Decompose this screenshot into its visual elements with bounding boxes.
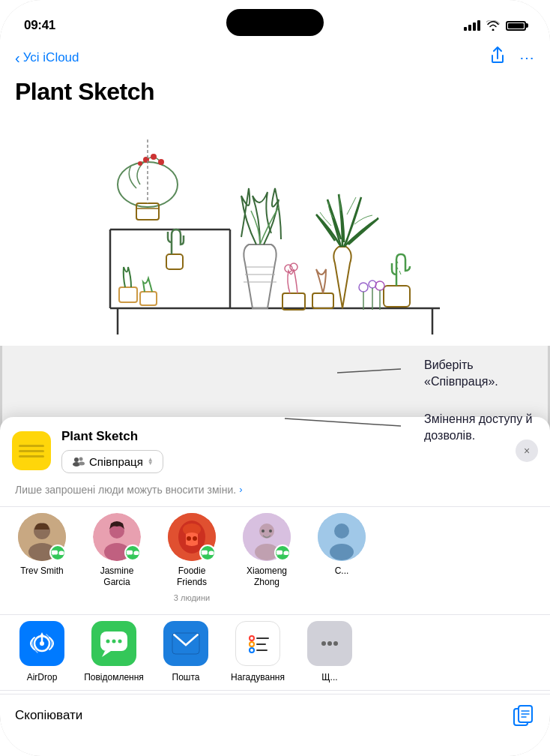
svg-point-51 — [193, 536, 197, 541]
airdrop-icon-wrap — [19, 621, 64, 666]
share-title-area: Plant Sketch Співпраця ▲ ▼ — [61, 429, 505, 473]
app-more[interactable]: Щ... — [300, 621, 360, 682]
svg-point-50 — [187, 536, 191, 541]
app-label-messages: Повідомлення — [84, 672, 144, 682]
separator-3 — [0, 690, 550, 691]
callout-text-1: Виберіть «Співпраця». — [424, 357, 544, 391]
svg-point-71 — [112, 640, 116, 644]
svg-point-77 — [250, 648, 254, 652]
avatar-wrap-foodie — [168, 513, 216, 561]
share-button[interactable] — [489, 46, 506, 69]
copy-button[interactable] — [511, 704, 535, 728]
share-permissions[interactable]: Лише запрошені люди можуть вносити зміни… — [0, 481, 550, 506]
svg-rect-45 — [127, 550, 133, 555]
svg-point-11 — [138, 161, 142, 166]
nav-actions: ⋯ — [489, 46, 535, 69]
signal-icon — [464, 20, 480, 31]
svg-point-35 — [79, 458, 83, 461]
callout-collaboration: Виберіть «Співпраця». — [424, 357, 544, 391]
people-row: Trev Smith Jasmine Garcia — [0, 507, 550, 614]
person-name-partial: C... — [335, 566, 349, 578]
app-mail[interactable]: Пошта — [156, 621, 216, 682]
person-jasmine[interactable]: Jasmine Garcia — [87, 513, 147, 602]
svg-point-57 — [262, 530, 265, 532]
phone-frame: 09:41 ‹ Усі iCloud — [0, 0, 550, 756]
share-doc-title: Plant Sketch — [61, 429, 505, 444]
sketch-area — [0, 113, 550, 346]
people-icon — [71, 456, 85, 466]
back-button[interactable]: ‹ Усі iCloud — [15, 50, 79, 65]
svg-line-89 — [337, 369, 401, 373]
app-reminders[interactable]: Нагадування — [228, 621, 288, 682]
svg-point-82 — [327, 641, 332, 646]
message-badge-trev — [49, 544, 66, 561]
wifi-icon — [486, 20, 500, 31]
svg-point-10 — [158, 159, 164, 165]
svg-point-62 — [334, 524, 349, 538]
person-name-jasmine: Jasmine Garcia — [87, 566, 147, 589]
svg-rect-40 — [52, 550, 58, 555]
svg-rect-52 — [202, 550, 208, 555]
avatar-wrap-jasmine — [93, 513, 141, 561]
share-header: Plant Sketch Співпраця ▲ ▼ × — [0, 417, 550, 481]
svg-marker-53 — [202, 554, 204, 556]
svg-point-83 — [333, 641, 338, 646]
status-time: 09:41 — [24, 18, 55, 33]
share-sheet: Plant Sketch Співпраця ▲ ▼ × — [0, 417, 550, 756]
app-label-mail: Пошта — [172, 672, 200, 682]
close-icon: × — [524, 445, 530, 457]
svg-marker-60 — [276, 554, 279, 556]
person-xiaomeng[interactable]: Xiaomeng Zhong — [237, 513, 297, 602]
svg-point-72 — [118, 640, 122, 644]
person-trev[interactable]: Trev Smith — [12, 513, 72, 602]
back-label: Усі iCloud — [23, 50, 79, 65]
back-arrow-icon: ‹ — [15, 50, 20, 65]
person-name-trev: Trev Smith — [20, 566, 64, 578]
svg-rect-59 — [276, 550, 282, 555]
more-button[interactable]: ⋯ — [519, 49, 535, 67]
copy-label[interactable]: Скопіювати — [15, 708, 82, 723]
app-airdrop[interactable]: AirDrop — [12, 621, 72, 682]
svg-point-70 — [106, 640, 110, 644]
page-title: Plant Sketch — [0, 75, 550, 113]
person-foodie[interactable]: Foodie Friends 3 людини — [162, 513, 222, 602]
messages-icon-wrap — [91, 621, 136, 666]
svg-point-63 — [330, 544, 354, 560]
person-sub-foodie: 3 людини — [174, 593, 210, 602]
collaboration-button[interactable]: Співпраця ▲ ▼ — [61, 450, 163, 473]
status-icons — [464, 20, 526, 31]
svg-marker-67 — [40, 632, 44, 637]
svg-point-33 — [74, 458, 79, 462]
svg-point-76 — [250, 642, 254, 646]
svg-point-81 — [321, 641, 326, 646]
app-label-airdrop: AirDrop — [27, 672, 58, 682]
svg-point-58 — [269, 530, 272, 532]
chevron-icon: ▲ ▼ — [148, 458, 154, 466]
svg-point-8 — [143, 157, 149, 163]
reminders-icon-wrap — [235, 621, 280, 666]
svg-marker-46 — [127, 554, 129, 556]
app-row: AirDrop Повідомлення — [0, 615, 550, 690]
dynamic-island — [226, 9, 324, 36]
app-label-reminders: Нагадування — [231, 672, 285, 682]
message-badge-foodie — [199, 544, 216, 561]
app-messages[interactable]: Повідомлення — [84, 621, 144, 682]
svg-point-75 — [250, 636, 254, 640]
person-name-foodie: Foodie Friends — [162, 566, 222, 589]
collab-label: Співпраця — [89, 455, 143, 468]
avatar-wrap-xiaomeng — [243, 513, 291, 561]
avatar-partial — [318, 513, 366, 561]
notes-app-icon — [12, 431, 51, 470]
app-label-more: Щ... — [321, 672, 337, 682]
close-button[interactable]: × — [516, 440, 538, 462]
battery-icon — [506, 21, 526, 31]
mail-icon-wrap — [163, 621, 208, 666]
message-badge-jasmine — [124, 544, 141, 561]
bottom-bar: Скопіювати — [0, 694, 550, 734]
person-partial[interactable]: C... — [312, 513, 372, 602]
more-icon-wrap — [307, 621, 352, 666]
svg-point-36 — [79, 462, 85, 466]
avatar-wrap-partial — [318, 513, 366, 561]
avatar-wrap-trev — [18, 513, 66, 561]
person-name-xiaomeng: Xiaomeng Zhong — [237, 566, 297, 589]
